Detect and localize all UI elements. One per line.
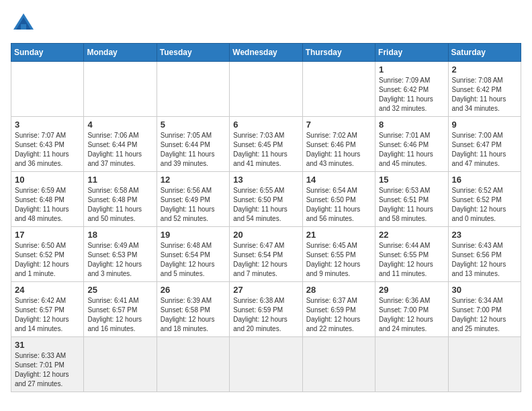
day-number: 25 bbox=[87, 285, 152, 295]
day-info: Sunrise: 6:59 AM Sunset: 6:48 PM Dayligh… bbox=[15, 186, 80, 224]
logo-icon bbox=[11, 11, 36, 36]
calendar-day-cell: 3Sunrise: 7:07 AM Sunset: 6:43 PM Daylig… bbox=[11, 117, 84, 172]
calendar-header: SundayMondayTuesdayWednesdayThursdayFrid… bbox=[11, 44, 521, 62]
day-info: Sunrise: 6:49 AM Sunset: 6:53 PM Dayligh… bbox=[87, 241, 152, 279]
calendar-day-cell: 30Sunrise: 6:34 AM Sunset: 7:00 PM Dayli… bbox=[448, 282, 521, 337]
day-info: Sunrise: 6:58 AM Sunset: 6:48 PM Dayligh… bbox=[87, 186, 152, 224]
day-number: 8 bbox=[379, 120, 444, 130]
calendar-day-cell bbox=[375, 337, 448, 392]
day-number: 4 bbox=[87, 120, 152, 130]
day-info: Sunrise: 6:48 AM Sunset: 6:54 PM Dayligh… bbox=[161, 241, 226, 279]
day-number: 10 bbox=[15, 175, 80, 185]
day-number: 13 bbox=[233, 175, 298, 185]
calendar-day-cell: 17Sunrise: 6:50 AM Sunset: 6:52 PM Dayli… bbox=[11, 227, 84, 282]
day-number: 16 bbox=[452, 175, 517, 185]
calendar-day-cell: 20Sunrise: 6:47 AM Sunset: 6:54 PM Dayli… bbox=[230, 227, 302, 282]
day-number: 19 bbox=[161, 230, 226, 240]
day-info: Sunrise: 7:03 AM Sunset: 6:45 PM Dayligh… bbox=[233, 131, 298, 169]
day-info: Sunrise: 6:42 AM Sunset: 6:57 PM Dayligh… bbox=[15, 296, 80, 334]
day-number: 9 bbox=[452, 120, 517, 130]
day-info: Sunrise: 6:36 AM Sunset: 7:00 PM Dayligh… bbox=[379, 296, 444, 334]
weekday-header: Saturday bbox=[448, 44, 521, 62]
calendar-day-cell: 6Sunrise: 7:03 AM Sunset: 6:45 PM Daylig… bbox=[230, 117, 302, 172]
day-info: Sunrise: 6:53 AM Sunset: 6:51 PM Dayligh… bbox=[379, 186, 444, 224]
calendar-day-cell bbox=[157, 62, 229, 117]
calendar-day-cell bbox=[11, 62, 84, 117]
calendar-week-row: 24Sunrise: 6:42 AM Sunset: 6:57 PM Dayli… bbox=[11, 282, 521, 337]
day-number: 31 bbox=[15, 340, 80, 350]
calendar-day-cell: 28Sunrise: 6:37 AM Sunset: 6:59 PM Dayli… bbox=[302, 282, 375, 337]
weekday-header: Sunday bbox=[11, 44, 84, 62]
day-number: 28 bbox=[306, 285, 371, 295]
day-number: 20 bbox=[233, 230, 298, 240]
calendar-week-row: 17Sunrise: 6:50 AM Sunset: 6:52 PM Dayli… bbox=[11, 227, 521, 282]
calendar-week-row: 10Sunrise: 6:59 AM Sunset: 6:48 PM Dayli… bbox=[11, 172, 521, 227]
day-number: 12 bbox=[161, 175, 226, 185]
calendar-day-cell bbox=[448, 337, 521, 392]
day-number: 5 bbox=[161, 120, 226, 130]
calendar-day-cell: 25Sunrise: 6:41 AM Sunset: 6:57 PM Dayli… bbox=[84, 282, 157, 337]
day-info: Sunrise: 7:00 AM Sunset: 6:47 PM Dayligh… bbox=[452, 131, 517, 169]
calendar-week-row: 1Sunrise: 7:09 AM Sunset: 6:42 PM Daylig… bbox=[11, 62, 521, 117]
day-info: Sunrise: 7:09 AM Sunset: 6:42 PM Dayligh… bbox=[379, 76, 444, 113]
day-number: 27 bbox=[233, 285, 298, 295]
day-info: Sunrise: 6:38 AM Sunset: 6:59 PM Dayligh… bbox=[233, 296, 298, 334]
calendar-week-row: 3Sunrise: 7:07 AM Sunset: 6:43 PM Daylig… bbox=[11, 117, 521, 172]
calendar-table: SundayMondayTuesdayWednesdayThursdayFrid… bbox=[11, 43, 521, 392]
day-info: Sunrise: 6:39 AM Sunset: 6:58 PM Dayligh… bbox=[161, 296, 226, 334]
day-info: Sunrise: 6:34 AM Sunset: 7:00 PM Dayligh… bbox=[452, 296, 517, 334]
weekday-header: Wednesday bbox=[230, 44, 302, 62]
day-number: 1 bbox=[379, 64, 444, 75]
day-info: Sunrise: 7:02 AM Sunset: 6:46 PM Dayligh… bbox=[306, 131, 371, 169]
calendar-day-cell: 14Sunrise: 6:54 AM Sunset: 6:50 PM Dayli… bbox=[302, 172, 375, 227]
day-number: 24 bbox=[15, 285, 80, 295]
day-info: Sunrise: 6:56 AM Sunset: 6:49 PM Dayligh… bbox=[161, 186, 226, 224]
day-number: 15 bbox=[379, 175, 444, 185]
day-number: 18 bbox=[87, 230, 152, 240]
calendar-day-cell: 21Sunrise: 6:45 AM Sunset: 6:55 PM Dayli… bbox=[302, 227, 375, 282]
calendar-day-cell bbox=[157, 337, 229, 392]
weekday-header: Thursday bbox=[302, 44, 375, 62]
calendar-week-row: 31Sunrise: 6:33 AM Sunset: 7:01 PM Dayli… bbox=[11, 337, 521, 392]
day-info: Sunrise: 6:43 AM Sunset: 6:56 PM Dayligh… bbox=[452, 241, 517, 279]
day-info: Sunrise: 7:08 AM Sunset: 6:42 PM Dayligh… bbox=[452, 76, 517, 113]
day-number: 21 bbox=[306, 230, 371, 240]
day-number: 11 bbox=[87, 175, 152, 185]
calendar-day-cell bbox=[84, 337, 157, 392]
calendar-day-cell: 26Sunrise: 6:39 AM Sunset: 6:58 PM Dayli… bbox=[157, 282, 229, 337]
calendar-day-cell: 4Sunrise: 7:06 AM Sunset: 6:44 PM Daylig… bbox=[84, 117, 157, 172]
calendar-day-cell bbox=[230, 62, 302, 117]
day-info: Sunrise: 6:55 AM Sunset: 6:50 PM Dayligh… bbox=[233, 186, 298, 224]
day-number: 22 bbox=[379, 230, 444, 240]
calendar-day-cell: 2Sunrise: 7:08 AM Sunset: 6:42 PM Daylig… bbox=[448, 62, 521, 117]
calendar-day-cell: 8Sunrise: 7:01 AM Sunset: 6:46 PM Daylig… bbox=[375, 117, 448, 172]
weekday-header: Monday bbox=[84, 44, 157, 62]
day-number: 23 bbox=[452, 230, 517, 240]
day-info: Sunrise: 6:52 AM Sunset: 6:52 PM Dayligh… bbox=[452, 186, 517, 224]
calendar-day-cell: 7Sunrise: 7:02 AM Sunset: 6:46 PM Daylig… bbox=[302, 117, 375, 172]
calendar-day-cell: 19Sunrise: 6:48 AM Sunset: 6:54 PM Dayli… bbox=[157, 227, 229, 282]
calendar-day-cell: 18Sunrise: 6:49 AM Sunset: 6:53 PM Dayli… bbox=[84, 227, 157, 282]
day-info: Sunrise: 7:07 AM Sunset: 6:43 PM Dayligh… bbox=[15, 131, 80, 169]
calendar-day-cell: 5Sunrise: 7:05 AM Sunset: 6:44 PM Daylig… bbox=[157, 117, 229, 172]
calendar-day-cell bbox=[302, 337, 375, 392]
page-header bbox=[11, 11, 521, 36]
day-info: Sunrise: 6:50 AM Sunset: 6:52 PM Dayligh… bbox=[15, 241, 80, 279]
day-info: Sunrise: 6:41 AM Sunset: 6:57 PM Dayligh… bbox=[87, 296, 152, 334]
day-info: Sunrise: 6:54 AM Sunset: 6:50 PM Dayligh… bbox=[306, 186, 371, 224]
day-number: 2 bbox=[452, 64, 517, 75]
calendar-day-cell: 22Sunrise: 6:44 AM Sunset: 6:55 PM Dayli… bbox=[375, 227, 448, 282]
calendar-day-cell: 12Sunrise: 6:56 AM Sunset: 6:49 PM Dayli… bbox=[157, 172, 229, 227]
calendar-day-cell bbox=[84, 62, 157, 117]
weekday-header: Tuesday bbox=[157, 44, 229, 62]
day-number: 29 bbox=[379, 285, 444, 295]
day-info: Sunrise: 7:06 AM Sunset: 6:44 PM Dayligh… bbox=[87, 131, 152, 169]
calendar-day-cell bbox=[302, 62, 375, 117]
calendar-day-cell: 23Sunrise: 6:43 AM Sunset: 6:56 PM Dayli… bbox=[448, 227, 521, 282]
weekday-header: Friday bbox=[375, 44, 448, 62]
day-info: Sunrise: 6:33 AM Sunset: 7:01 PM Dayligh… bbox=[15, 351, 80, 389]
day-info: Sunrise: 6:37 AM Sunset: 6:59 PM Dayligh… bbox=[306, 296, 371, 334]
calendar-day-cell: 11Sunrise: 6:58 AM Sunset: 6:48 PM Dayli… bbox=[84, 172, 157, 227]
calendar-day-cell: 9Sunrise: 7:00 AM Sunset: 6:47 PM Daylig… bbox=[448, 117, 521, 172]
calendar-day-cell: 13Sunrise: 6:55 AM Sunset: 6:50 PM Dayli… bbox=[230, 172, 302, 227]
